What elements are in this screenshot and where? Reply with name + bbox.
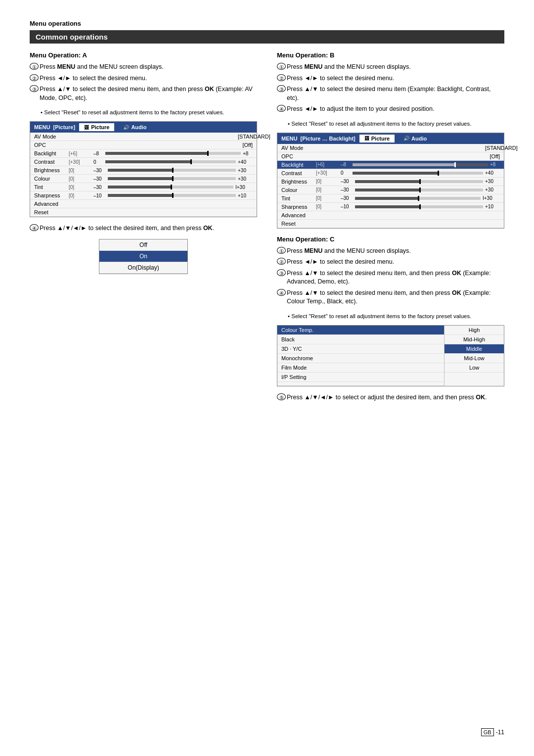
menu-c-option-middle: Middle: [445, 344, 504, 354]
menu-c-item-ipsetting: I/P Setting: [277, 373, 444, 382]
step-a4: ④ Press ▲/▼/◄/► to select the desired it…: [30, 224, 257, 233]
gb-badge: GB: [481, 728, 494, 736]
steps-c5: ⑤ Press ▲/▼/◄/► to select or adjust the …: [277, 393, 504, 402]
menu-c-option-low: Low: [445, 363, 504, 373]
menu-c-item-empty: [277, 382, 444, 386]
menu-screen-c: Colour Temp. Black 3D · Y/C Monochrome F…: [277, 325, 504, 386]
audio-icon-b: 🔊: [403, 136, 409, 141]
common-operations-header: Common operations: [30, 30, 504, 44]
step-c1: ① Press MENU and the MENU screen display…: [277, 247, 504, 256]
menu-operations-label: Menu operations: [30, 20, 504, 27]
steps-a4: ④ Press ▲/▼/◄/► to select the desired it…: [30, 224, 257, 233]
submenu-item-off: Off: [99, 239, 187, 251]
step-b2: ② Press ◄/► to select the desired menu.: [277, 74, 504, 83]
audio-icon-a: 🔊: [123, 125, 129, 130]
step-c4: ④ Press ▲/▼ to select the desired menu i…: [277, 289, 504, 306]
bullet-note-c: • Select "Reset" to reset all adjustment…: [288, 312, 504, 320]
menu-c-item-black: Black: [277, 335, 444, 344]
col-right: Menu Operation: B ① Press MENU and the M…: [277, 51, 504, 408]
menu-c-item-3dyc: 3D · Y/C: [277, 344, 444, 354]
steps-b: ① Press MENU and the MENU screen display…: [277, 63, 504, 114]
steps-c: ① Press MENU and the MENU screen display…: [277, 247, 504, 306]
submenu-item-on: On: [99, 251, 187, 262]
step-c3: ③ Press ▲/▼ to select the desired menu i…: [277, 269, 504, 286]
steps-a: ① Press MENU and the MENU screen display…: [30, 63, 257, 102]
menu-c-option-midlow: Mid-Low: [445, 354, 504, 363]
picture-icon: 🖼: [84, 125, 89, 130]
step-a3: ③ Press ▲/▼ to select the desired menu i…: [30, 85, 257, 102]
page-footer: GB -11: [481, 728, 504, 736]
menu-c-item-monochrome: Monochrome: [277, 354, 444, 363]
col-left: Menu Operation: A ① Press MENU and the M…: [30, 51, 257, 408]
page-number: -11: [496, 729, 504, 736]
menu-c-item-filmmode: Film Mode: [277, 363, 444, 373]
menu-c-item-colourtemp: Colour Temp.: [277, 326, 444, 335]
menu-screen-b: MENU [Picture … Backlight] 🖼 Picture 🔊 A…: [277, 133, 504, 229]
menu-c-option-high: High: [445, 326, 504, 335]
section-title-b: Menu Operation: B: [277, 51, 504, 59]
submenu-popup-a: Off On On(Display): [99, 239, 188, 274]
step-b3: ③ Press ▲/▼ to select the desired menu i…: [277, 85, 504, 102]
picture-icon-b: 🖼: [364, 136, 369, 141]
section-title-c: Menu Operation: C: [277, 236, 504, 243]
step-c5: ⑤ Press ▲/▼/◄/► to select or adjust the …: [277, 393, 504, 402]
bullet-note-b: • Select "Reset" to reset all adjustment…: [288, 120, 504, 128]
section-title-a: Menu Operation: A: [30, 51, 257, 59]
step-b1: ① Press MENU and the MENU screen display…: [277, 63, 504, 72]
bullet-note-a: • Select "Reset" to reset all adjustment…: [41, 108, 257, 116]
step-b4: ④ Press ◄/► to adjust the item to your d…: [277, 105, 504, 114]
step-c2: ② Press ◄/► to select the desired menu.: [277, 258, 504, 267]
menu-c-option-midhigh: Mid-High: [445, 335, 504, 344]
menu-screen-a: MENU [Picture] 🖼 Picture 🔊 Audio AV Mode…: [30, 121, 257, 217]
submenu-item-ondisplay: On(Display): [99, 262, 187, 274]
step-a2: ② Press ◄/► to select the desired menu.: [30, 74, 257, 83]
step-a1: ① Press MENU and the MENU screen display…: [30, 63, 257, 72]
